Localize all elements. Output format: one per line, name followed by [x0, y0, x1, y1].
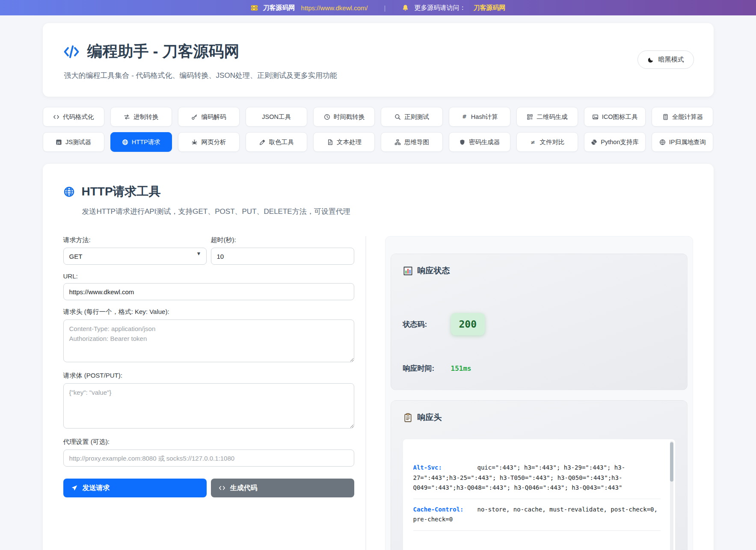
http-request-tool-card: HTTP请求工具 发送HTTP请求进行API测试，支持GET、POST、PUT、…	[43, 164, 714, 550]
sitemap-icon	[394, 139, 401, 145]
request-body-label: 请求体 (POST/PUT):	[63, 372, 354, 380]
spider-icon	[191, 139, 198, 145]
tab-ip-lookup[interactable]: IP归属地查询	[652, 132, 713, 152]
topbar-url-link[interactable]: https://www.dkewl.com/	[301, 4, 368, 12]
bar-chart-icon	[403, 266, 413, 276]
dark-mode-button[interactable]: 暗黑模式	[637, 50, 694, 69]
tab-qrcode[interactable]: 二维码生成	[516, 107, 578, 127]
proxy-input[interactable]	[63, 449, 354, 467]
topbar-brand: 刀客源码网	[263, 4, 295, 12]
send-request-button[interactable]: 发送请求	[63, 479, 207, 497]
generate-code-button[interactable]: 生成代码	[211, 479, 354, 497]
code-slash-icon	[63, 44, 80, 60]
server-icon	[251, 4, 258, 12]
topbar-divider: |	[384, 4, 385, 12]
top-announcement-bar: 刀客源码网 https://www.dkewl.com/ | 更多源码请访问： …	[0, 0, 756, 15]
tab-label: 文件对比	[540, 138, 564, 146]
tab-color-picker[interactable]: 取色工具	[246, 132, 307, 152]
page-header: 编程助手 - 刀客源码网 强大的编程工具集合 - 代码格式化、编码转换、JSON…	[43, 23, 714, 97]
response-header-row: Cache-Control:no-store, no-cache, must-r…	[413, 499, 661, 531]
proxy-label: 代理设置 (可选):	[63, 438, 354, 446]
request-headers-label: 请求头 (每行一个，格式: Key: Value):	[63, 308, 354, 316]
method-label: 请求方法:	[63, 236, 207, 244]
page-subtitle: 强大的编程工具集合 - 代码格式化、编码转换、JSON处理、正则测试及更多实用功…	[64, 71, 693, 80]
tab-calculator[interactable]: 全能计算器	[652, 107, 713, 127]
tab-label: Python支持库	[601, 138, 639, 146]
tab-code-format[interactable]: 代码格式化	[43, 107, 104, 127]
python-icon	[591, 139, 597, 145]
request-headers-textarea[interactable]	[63, 319, 354, 362]
tool-title: HTTP请求工具	[82, 183, 161, 200]
method-select[interactable]: GET	[63, 248, 207, 265]
file-text-icon	[327, 139, 333, 145]
clock-icon	[324, 114, 330, 120]
status-code-label: 状态码:	[403, 319, 451, 329]
topbar-notice: 更多源码请访问：	[414, 4, 465, 12]
dark-mode-label: 暗黑模式	[658, 56, 684, 64]
tab-label: 二维码生成	[537, 113, 568, 121]
tab-http-request[interactable]: HTTP请求	[110, 132, 172, 152]
request-form: 请求方法: GET 超时(秒): URL: 请求头 (每行一个，格式	[63, 236, 366, 550]
svg-text:≠: ≠	[531, 139, 536, 145]
tab-label: 文本处理	[337, 138, 362, 146]
tab-label: 时间戳转换	[334, 113, 365, 121]
js-icon: JS	[56, 139, 62, 145]
tab-label: ICO图标工具	[602, 113, 638, 121]
calculator-icon	[662, 114, 669, 120]
tab-timestamp[interactable]: 时间戳转换	[313, 107, 375, 127]
svg-text:#: #	[462, 114, 467, 120]
request-body-textarea[interactable]	[63, 383, 354, 429]
tab-label: 编码解码	[201, 113, 226, 121]
globe-icon	[63, 186, 75, 198]
send-request-label: 发送请求	[83, 484, 110, 493]
tab-label: 进制转换	[133, 113, 158, 121]
tab-label: 代码格式化	[63, 113, 94, 121]
scrollbar-thumb[interactable]	[670, 442, 673, 482]
tool-description: 发送HTTP请求进行API测试，支持GET、POST、PUT、DELETE方法，…	[82, 207, 693, 216]
response-headers-title: 响应头	[418, 412, 442, 423]
timeout-input[interactable]	[211, 248, 354, 265]
tab-hash[interactable]: #Hash计算	[449, 107, 510, 127]
url-input[interactable]	[63, 283, 354, 300]
tab-label: 密码生成器	[469, 138, 500, 146]
response-status-card: 响应状态 状态码: 200 响应时间: 151ms	[391, 254, 688, 390]
header-key: Cache-Control:	[413, 505, 477, 515]
code-icon	[53, 114, 59, 120]
tab-web-analyze[interactable]: 网页分析	[178, 132, 240, 152]
tab-text-process[interactable]: 文本处理	[313, 132, 375, 152]
bell-icon	[402, 4, 409, 12]
generate-code-label: 生成代码	[230, 484, 258, 493]
response-time-value: 151ms	[451, 364, 471, 373]
tab-label: JS测试器	[65, 138, 91, 146]
tab-label: 网页分析	[201, 138, 226, 146]
topbar-notice-link[interactable]: 刀客源码网	[473, 4, 505, 12]
tab-label: Hash计算	[471, 113, 498, 121]
globe-icon	[122, 139, 128, 145]
tab-js-tester[interactable]: JSJS测试器	[43, 132, 104, 152]
clipboard-icon	[403, 413, 413, 423]
tab-python-lib[interactable]: Python支持库	[584, 132, 646, 152]
tab-label: HTTP请求	[132, 138, 160, 146]
tab-label: 全能计算器	[672, 113, 703, 121]
image-icon	[592, 114, 599, 120]
response-panel: 响应状态 状态码: 200 响应时间: 151ms	[385, 236, 693, 550]
tab-json-tools[interactable]: JSON工具	[246, 107, 307, 127]
tab-password-gen[interactable]: 密码生成器	[449, 132, 510, 152]
paper-plane-icon	[71, 485, 78, 491]
not-equal-icon: ≠	[530, 139, 536, 145]
response-time-label: 响应时间:	[403, 364, 451, 373]
tab-encode-decode[interactable]: 编码解码	[178, 107, 240, 127]
tab-base-convert[interactable]: 进制转换	[110, 107, 172, 127]
tab-ico-tool[interactable]: ICO图标工具	[584, 107, 646, 127]
exchange-icon	[124, 114, 130, 120]
eyedropper-icon	[259, 139, 266, 145]
response-header-row: Alt-Svc:quic=":443"; h3=":443"; h3-29=":…	[413, 457, 661, 499]
response-status-title: 响应状态	[418, 265, 450, 276]
key-icon	[191, 114, 198, 120]
tab-mindmap[interactable]: 思维导图	[381, 132, 442, 152]
page-title: 编程助手 - 刀客源码网	[87, 41, 240, 62]
tab-file-diff[interactable]: ≠文件对比	[516, 132, 578, 152]
tab-regex-test[interactable]: 正则测试	[381, 107, 442, 127]
response-headers-box: Alt-Svc:quic=":443"; h3=":443"; h3-29=":…	[403, 439, 675, 550]
globe-icon	[659, 139, 666, 145]
